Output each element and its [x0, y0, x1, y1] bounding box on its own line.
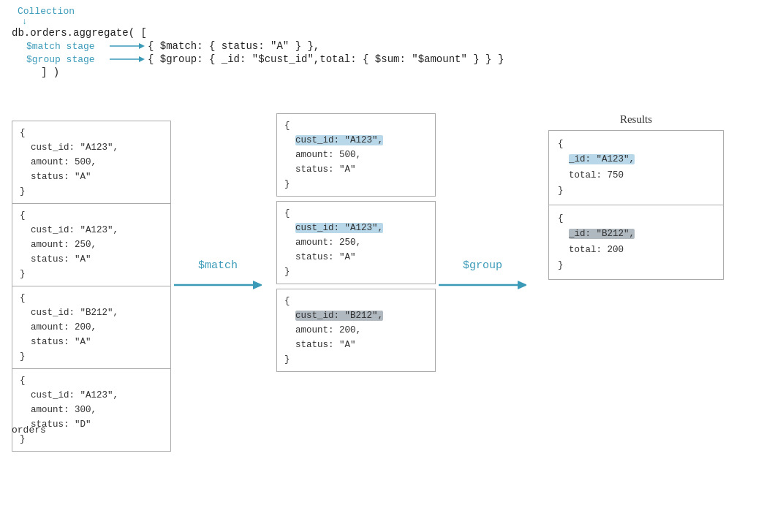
- collection-annotation: Collection: [18, 6, 504, 17]
- group-big-arrow: $group: [439, 259, 526, 295]
- doc-row-0: { cust_id: "A123", amount: 500, status: …: [12, 121, 170, 204]
- match-stage-right-arrow: [110, 41, 145, 51]
- code-close-line: ] ): [12, 66, 504, 78]
- highlight-cust-id-0: cust_id: "A123",: [295, 135, 383, 145]
- result-row-0: { _id: "A123", total: 750 }: [549, 131, 723, 205]
- svg-marker-3: [139, 56, 145, 62]
- group-stage-code: { $group: { _id: "$cust_id",total: { $su…: [148, 53, 504, 65]
- group-arrow-svg: [439, 275, 526, 295]
- match-stage-code: { $match: { status: "A" } },: [148, 40, 319, 52]
- filtered-box-1: { cust_id: "A123", amount: 250, status: …: [276, 201, 436, 284]
- group-stage-line: $group stage { $group: { _id: "$cust_id"…: [12, 53, 504, 65]
- collection-box: { cust_id: "A123", amount: 500, status: …: [12, 121, 171, 452]
- results-box: { _id: "A123", total: 750 } { _id: "B212…: [548, 130, 724, 280]
- match-arrow-label: $match: [198, 259, 238, 272]
- group-stage-right-arrow: [110, 54, 145, 64]
- highlight-cust-id-2: cust_id: "B212",: [295, 311, 383, 321]
- code-section: Collection ↓ db.orders.aggregate( [ $mat…: [0, 0, 515, 84]
- match-stage-line: $match stage { $match: { status: "A" } }…: [12, 40, 504, 52]
- doc-row-2: { cust_id: "B212", amount: 200, status: …: [12, 286, 170, 369]
- result-row-1: { _id: "B212", total: 200 }: [549, 205, 723, 279]
- group-arrow-label: $group: [463, 259, 502, 272]
- match-arrow-svg: [174, 275, 262, 295]
- page: Collection ↓ db.orders.aggregate( [ $mat…: [0, 0, 764, 532]
- highlight-id-0: _id: "A123",: [569, 154, 635, 164]
- match-arrow-container: $match: [174, 259, 262, 295]
- group-arrow-container: $group: [439, 259, 526, 295]
- doc-row-3: { cust_id: "A123", amount: 300, status: …: [12, 369, 170, 451]
- doc-row-1: { cust_id: "A123", amount: 250, status: …: [12, 204, 170, 286]
- highlight-cust-id-1: cust_id: "A123",: [295, 223, 383, 233]
- collection-down-arrow: ↓: [22, 17, 504, 27]
- filtered-box-0: { cust_id: "A123", amount: 500, status: …: [276, 113, 436, 197]
- match-stage-label: $match stage: [26, 41, 107, 52]
- collection-name-label: orders: [12, 425, 46, 436]
- highlight-id-1: _id: "B212",: [569, 229, 635, 239]
- svg-marker-5: [253, 281, 262, 289]
- match-big-arrow: $match: [174, 259, 262, 295]
- results-section: Results { _id: "A123", total: 750 } { _i…: [548, 113, 724, 280]
- code-main-line: db.orders.aggregate( [: [12, 27, 504, 39]
- filtered-box-2: { cust_id: "B212", amount: 200, status: …: [276, 289, 436, 372]
- results-title: Results: [548, 113, 724, 126]
- group-stage-label: $group stage: [26, 54, 107, 65]
- filtered-section: { cust_id: "A123", amount: 500, status: …: [276, 113, 436, 376]
- svg-marker-1: [139, 43, 145, 49]
- diagram-area: { cust_id: "A123", amount: 500, status: …: [0, 113, 764, 532]
- svg-marker-7: [518, 281, 526, 289]
